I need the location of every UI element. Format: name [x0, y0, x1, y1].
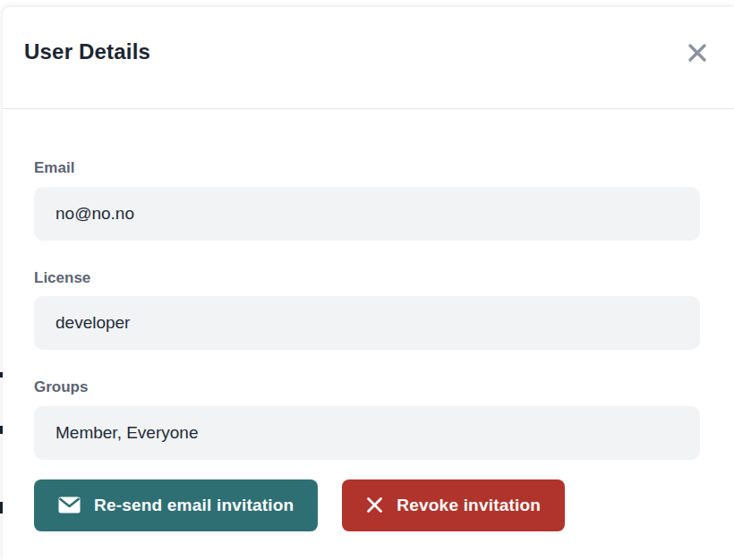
- modal-actions: Re-send email invitation Revoke invitati…: [34, 479, 700, 531]
- resend-button-label: Re-send email invitation: [94, 496, 294, 515]
- groups-field: Member, Everyone: [34, 406, 700, 460]
- envelope-icon: [58, 496, 81, 513]
- email-field-group: Email no@no.no: [34, 159, 700, 241]
- x-icon: [366, 496, 383, 513]
- license-field-group: License developer: [34, 269, 700, 351]
- revoke-button-label: Revoke invitation: [397, 496, 541, 515]
- modal-body: Email no@no.no License developer Groups …: [3, 159, 734, 531]
- page-title: User Details: [24, 39, 150, 64]
- user-details-modal: User Details Email no@no.no License deve…: [3, 7, 734, 560]
- close-button[interactable]: [684, 39, 711, 66]
- revoke-invitation-button[interactable]: Revoke invitation: [342, 479, 565, 531]
- license-field-label: License: [34, 269, 700, 287]
- groups-field-label: Groups: [34, 378, 700, 396]
- modal-header: User Details: [3, 7, 734, 109]
- resend-email-invitation-button[interactable]: Re-send email invitation: [34, 479, 318, 531]
- close-x-icon: [686, 41, 709, 64]
- groups-field-group: Groups Member, Everyone: [34, 378, 700, 460]
- email-field: no@no.no: [34, 187, 700, 241]
- email-field-label: Email: [34, 159, 700, 177]
- license-field: developer: [34, 296, 700, 350]
